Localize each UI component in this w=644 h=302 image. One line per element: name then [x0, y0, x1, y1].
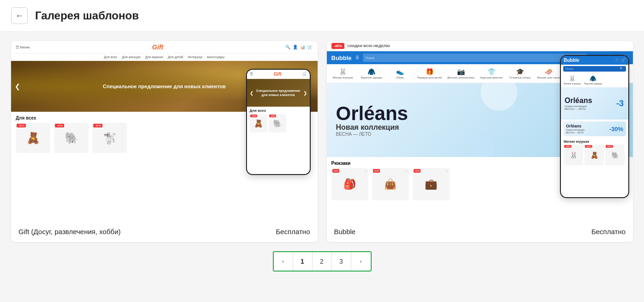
- bubble-mobile-brand: Orléans: [565, 97, 592, 105]
- gift-badge-2: -18%: [55, 124, 64, 127]
- bubble-hero-subtitle: Новая коллекция: [336, 123, 408, 132]
- bubble-product-badge-3: -60%: [414, 169, 421, 173]
- pagination-next-button[interactable]: ›: [351, 252, 371, 271]
- gift-product-3: -30% 🐩: [92, 123, 127, 153]
- bubble-search-placeholder: Поиск: [366, 56, 374, 60]
- bubble-mobile-discount: -3: [616, 99, 624, 109]
- mobile-product-badge-2: -60%: [585, 145, 592, 148]
- gift-menu-label: ☰ Меню: [16, 45, 30, 49]
- gift-icons: 🔍 👤 📊 🛒: [285, 45, 313, 49]
- mobile-toys-icon: 🐰: [569, 75, 576, 82]
- bubble-product-badge-2: -60%: [373, 169, 380, 173]
- gift-mobile-hero-text: Специальное предложение для новых клиент…: [253, 89, 303, 97]
- bubble-product-3: -60% 💼 ♡: [413, 168, 450, 200]
- bubble-cat-toys-label: Мягкие игрушки: [332, 76, 353, 79]
- bubble-mobile-section-title: Мягкие игрушки: [564, 140, 626, 143]
- search-icon: 🔍: [285, 45, 290, 49]
- bubble-mobile-detail: ВЕСНА — ЛЕТО: [565, 108, 592, 110]
- bubble-mobile-topbar: Bubble 👤 ♡ 🛒: [561, 56, 628, 65]
- bubble-template-info: Bubble Бесплатно: [327, 221, 633, 242]
- bubble-heart-1: ♡: [364, 169, 367, 173]
- mobile-cat-clothes-label: Верхняя одежда: [584, 82, 602, 85]
- bubble-mobile-search-icon: 🔍: [620, 67, 624, 71]
- bubble-menu-icon: ☰: [355, 55, 359, 60]
- bubble-mobile-orleans-promo: Orléans Новая коллекция ВЕСНА — ЛЕТО -30…: [563, 121, 626, 136]
- page-title: Галерея шаблонов: [35, 9, 139, 22]
- sled-icon: 🛷: [545, 68, 553, 75]
- pagination-page-2-button[interactable]: 2: [313, 252, 332, 271]
- bubble-cat-clothes: 🧥 Верхняя одежда: [360, 68, 383, 79]
- bubble-sale-text: СКИДКИ ВСЮ НЕДЕЛЮ: [347, 44, 390, 48]
- gift-mobile-product-2: -18% 🐘: [269, 114, 286, 133]
- bubble-cat-gifts: 🎁 Подарки для детей: [417, 68, 442, 79]
- back-icon: ←: [15, 11, 24, 21]
- bubble-mobile-cats: 🐰 Мягкие игрушки 🧥 Верхняя одежда: [561, 73, 628, 87]
- gift-product-2: -18% 🐘: [54, 123, 89, 153]
- bubble-product-2: -60% 👜 ♡: [372, 168, 409, 200]
- mobile-badge-1: -28%: [250, 115, 258, 117]
- pagination-wrapper: ‹ 1 2 3 ›: [273, 251, 372, 272]
- gifts-icon: 🎁: [426, 68, 433, 75]
- bubble-mobile-orleans-discount: -30%: [609, 126, 623, 133]
- user-icon: 👤: [293, 45, 298, 49]
- bubble-mobile-icons: 👤 ♡ 🛒: [608, 58, 626, 62]
- bubble-mobile-orleans-season: ВЕСНА — ЛЕТО: [566, 131, 584, 134]
- gift-preview: ☰ Меню Gift 🔍 👤 📊 🛒 Для всех Для женщин …: [11, 41, 318, 221]
- gift-nav-kids: Для детей: [168, 55, 183, 59]
- bubble-search-box: Поиск: [363, 54, 587, 62]
- gift-topbar: ☰ Меню Gift 🔍 👤 📊 🛒: [11, 41, 318, 54]
- gift-logo: Gift: [152, 43, 163, 51]
- gift-mobile-topbar: ☰ Gift 🛒: [247, 70, 310, 79]
- bubble-cat-toys: 🐰 Мягкие игрушки: [331, 68, 355, 79]
- bubble-product-1: -60% 🎒 ♡: [331, 168, 368, 200]
- gift-badge-1: -26%: [17, 124, 26, 127]
- gift-nav-women: Для женщин: [122, 55, 141, 59]
- pagination-prev-button[interactable]: ‹: [274, 252, 293, 271]
- pagination-page-3-button[interactable]: 3: [332, 252, 351, 271]
- bubble-mobile-search-text: Поиск: [566, 67, 573, 70]
- pagination-page-1-button[interactable]: 1: [293, 252, 313, 271]
- template-card-bubble[interactable]: -45% СКИДКИ ВСЮ НЕДЕЛЮ Bubble ☰ Поиск 👤П…: [327, 41, 633, 242]
- gift-mobile-prev-arrow: ❮: [250, 91, 253, 96]
- mobile-cat-toys-label: Мягкие игрушки: [564, 82, 581, 85]
- gift-nav: Для всех Для женщин Для мужчин Для детей…: [11, 54, 318, 61]
- bubble-mobile-cat-toys: 🐰 Мягкие игрушки: [564, 75, 581, 85]
- bubble-template-name: Bubble: [334, 228, 356, 236]
- gift-nav-men: Для мужчин: [145, 55, 163, 59]
- next-arrow-icon: ›: [360, 258, 362, 265]
- bubble-cat-gifts-label: Подарки для детей: [417, 76, 442, 79]
- back-button[interactable]: ←: [11, 7, 28, 24]
- gift-product-1: -26% 🧸: [16, 123, 50, 153]
- templates-grid: ☰ Меню Gift 🔍 👤 📊 🛒 Для всех Для женщин …: [11, 41, 633, 242]
- shoes-icon: 👟: [396, 68, 404, 75]
- gift-mobile-next-arrow: ❯: [303, 91, 307, 96]
- gift-mobile-section: Для всех -28% 🧸 -18% 🐘: [247, 107, 310, 134]
- bubble-mobile-user-icon: 👤: [608, 58, 613, 62]
- mobile-product-badge-3: -60%: [606, 145, 613, 148]
- bubble-product-badge-1: -60%: [332, 169, 340, 173]
- bubble-mobile-product-3: -60% 🐘: [605, 145, 625, 165]
- bubble-preview: -45% СКИДКИ ВСЮ НЕДЕЛЮ Bubble ☰ Поиск 👤П…: [327, 41, 633, 221]
- bubble-mobile-overlay: Bubble 👤 ♡ 🛒 Поиск 🔍: [560, 55, 629, 198]
- gift-mobile-products: -28% 🧸 -18% 🐘: [250, 114, 307, 133]
- gift-mobile-hero: ❮ Специальное предложение для новых клие…: [247, 79, 310, 107]
- bubble-cat-hats-label: Головные уборы: [509, 76, 530, 79]
- bubble-mobile-product-1: -60% 🐰: [564, 145, 583, 165]
- gift-badge-3: -30%: [93, 124, 102, 127]
- gift-mobile-product-1: -28% 🧸: [250, 114, 267, 133]
- electronics-icon: 📷: [457, 68, 465, 75]
- bubble-mobile-cart-icon: 🛒: [621, 58, 626, 62]
- mobile-clothes-icon: 🧥: [590, 75, 596, 82]
- bubble-cat-shoes-label: Обувь: [396, 76, 404, 79]
- template-card-gift[interactable]: ☰ Меню Gift 🔍 👤 📊 🛒 Для всех Для женщин …: [11, 41, 318, 242]
- gift-mobile-section-title: Для всех: [250, 109, 307, 113]
- bubble-heart-3: ♡: [445, 169, 448, 173]
- gift-hero-text: Специальное предложение для новых клиент…: [103, 83, 226, 90]
- elephant-icon: 🐘: [65, 132, 78, 145]
- bubble-shape-2: [471, 139, 494, 157]
- bubble-mobile-search: Поиск 🔍: [563, 66, 626, 72]
- bubble-cat-electronics-label: Детская электроника: [447, 76, 475, 79]
- bubble-sale-badge: -45%: [331, 43, 345, 49]
- gift-nav-interior: Интерьер: [188, 55, 202, 59]
- bubble-mobile-hero: Orléans Новая коллекция ВЕСНА — ЛЕТО -3: [561, 87, 628, 120]
